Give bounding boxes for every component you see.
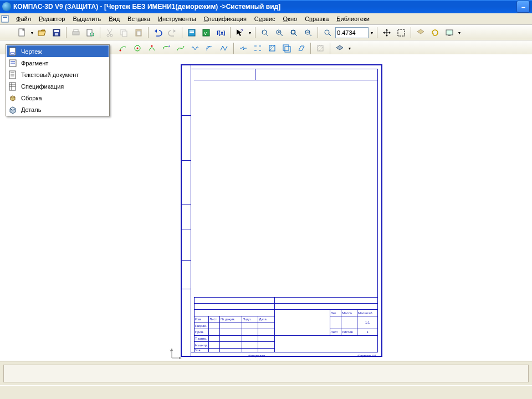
menu-tools[interactable]: Инструменты [154, 14, 200, 23]
equidistant-tool[interactable] [203, 42, 216, 55]
layers-button[interactable] [414, 26, 427, 39]
wave-tool[interactable] [188, 42, 202, 55]
arc-tool-2[interactable] [131, 42, 144, 55]
cursor-help-arrow[interactable]: ▼ [248, 27, 252, 39]
arc-tool-3[interactable] [145, 42, 158, 55]
new-spec-label: Спецификация [21, 83, 64, 90]
variables-button[interactable]: ѵ [200, 26, 213, 39]
svg-marker-50 [417, 29, 424, 34]
title-block: Лит.МассаМасштаб ИзмЛист № докум.Подп. Д… [194, 297, 378, 352]
new-assembly-label: Сборка [21, 95, 42, 101]
svg-line-42 [329, 34, 331, 36]
zoom-input[interactable] [335, 27, 369, 38]
new-fragment-item[interactable]: Фрагмент [7, 57, 109, 69]
menu-help[interactable]: Справка [301, 14, 332, 23]
layer-view-button[interactable] [333, 42, 346, 55]
new-drawing-item[interactable]: Чертеж [7, 45, 109, 57]
zoom-window-button[interactable] [258, 26, 272, 39]
svg-text:ѵ: ѵ [204, 30, 207, 36]
paste-button[interactable] [132, 26, 145, 39]
open-button[interactable] [35, 26, 49, 39]
arc-tool-1[interactable] [116, 42, 130, 55]
break-tool-2[interactable] [251, 42, 264, 55]
fragment-icon [8, 58, 18, 68]
zoom-in-button[interactable] [273, 26, 286, 39]
display-button[interactable] [443, 26, 456, 39]
svg-rect-62 [283, 45, 289, 50]
sheet-frame: Лит.МассаМасштаб ИзмЛист № докум.Подп. Д… [181, 64, 382, 357]
menu-window[interactable]: Окно [279, 14, 301, 23]
frame-tool[interactable] [280, 42, 293, 55]
cut-button[interactable] [103, 26, 116, 39]
textdoc-icon [8, 70, 18, 80]
spline-tool[interactable] [174, 42, 187, 55]
new-part-item[interactable]: Деталь [7, 104, 109, 115]
title-bar: КОМПАС-3D V9 (ЗАЩИТА) - [Чертеж БЕЗ ИМЕН… [0, 0, 532, 13]
svg-point-14 [110, 34, 112, 37]
svg-rect-37 [291, 30, 295, 34]
svg-line-58 [168, 45, 170, 47]
svg-rect-49 [398, 29, 405, 36]
menu-service[interactable]: Сервис [250, 14, 279, 23]
minimize-button[interactable]: ‒ [516, 1, 530, 13]
menu-bar: Файл Редактор Выделить Вид Вставка Инстр… [0, 13, 532, 25]
svg-marker-51 [432, 33, 434, 35]
undo-button[interactable] [151, 26, 165, 39]
svg-line-30 [266, 34, 268, 36]
properties-button[interactable] [185, 26, 198, 39]
zoom-scale-button[interactable] [321, 26, 334, 39]
svg-marker-73 [179, 357, 182, 359]
break-tool-1[interactable] [237, 42, 250, 55]
copy-button[interactable] [117, 26, 131, 39]
new-textdoc-label: Текстовый документ [21, 71, 79, 78]
save-button[interactable] [50, 26, 63, 39]
part-icon [8, 105, 18, 115]
pan-button[interactable] [380, 26, 393, 39]
svg-rect-0 [2, 16, 8, 22]
origin-marker: Y [170, 348, 182, 360]
svg-rect-23 [190, 32, 194, 33]
menu-editor[interactable]: Редактор [35, 14, 69, 23]
layer-view-arrow[interactable]: ▼ [347, 42, 352, 54]
svg-rect-52 [446, 30, 453, 35]
fx-button[interactable]: f(x) [214, 26, 227, 39]
menu-view[interactable]: Вид [105, 14, 124, 23]
svg-line-10 [93, 35, 94, 37]
svg-marker-47 [383, 32, 385, 34]
svg-marker-20 [173, 29, 176, 33]
new-spec-item[interactable]: Спецификация [7, 80, 109, 92]
redo-button[interactable] [166, 26, 179, 39]
zoom-region-button[interactable] [395, 26, 408, 39]
svg-point-54 [120, 50, 121, 52]
menu-file[interactable]: Файл [12, 14, 35, 23]
hatch-tool[interactable] [314, 42, 327, 55]
new-button[interactable] [16, 26, 29, 39]
toolbar-standard: ▼ ѵ f(x) ? ▼ ▼ ▼ [0, 25, 532, 40]
arc-tool-4[interactable] [160, 42, 173, 55]
hatch-rect-tool[interactable] [265, 42, 279, 55]
spec-icon [8, 81, 18, 91]
sheet-left-strip [182, 65, 191, 356]
assembly-icon [8, 93, 18, 103]
new-assembly-item[interactable]: Сборка [7, 92, 109, 104]
parallelogram-tool[interactable] [294, 42, 308, 55]
svg-line-34 [280, 34, 283, 36]
menu-spec[interactable]: Спецификация [200, 14, 250, 23]
zoom-out-button[interactable] [301, 26, 315, 39]
svg-rect-4 [54, 30, 59, 32]
print-preview-button[interactable] [84, 26, 97, 39]
redraw-button[interactable] [428, 26, 442, 39]
display-dropdown-arrow[interactable]: ▼ [457, 27, 462, 39]
zoom-dropdown-arrow[interactable]: ▼ [370, 27, 374, 39]
menu-libs[interactable]: Библиотеки [332, 14, 374, 23]
svg-text:Y: Y [170, 349, 172, 353]
menu-select[interactable]: Выделить [69, 14, 105, 23]
cursor-help-button[interactable]: ? [233, 26, 247, 39]
new-textdoc-item[interactable]: Текстовый документ [7, 69, 109, 80]
new-dropdown-arrow[interactable]: ▼ [30, 27, 34, 39]
polyline-tool[interactable] [217, 42, 231, 55]
new-part-label: Деталь [21, 106, 41, 113]
menu-insert[interactable]: Вставка [124, 14, 154, 23]
print-button[interactable] [69, 26, 83, 39]
zoom-fit-button[interactable] [287, 26, 300, 39]
